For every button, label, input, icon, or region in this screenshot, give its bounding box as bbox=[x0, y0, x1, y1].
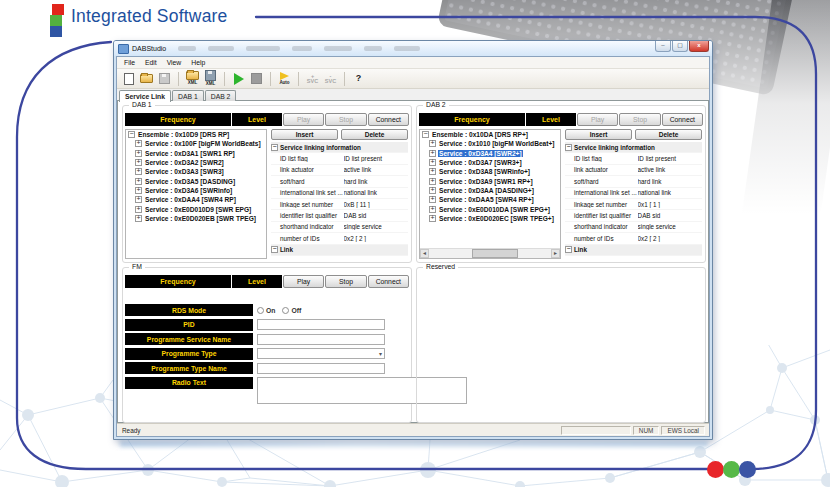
property-value[interactable]: single service bbox=[638, 223, 702, 230]
collapse-icon[interactable]: − bbox=[271, 144, 278, 151]
fm-connect-button[interactable]: Connect bbox=[368, 275, 409, 288]
tree-item[interactable]: +Service : 0xDAA4 [SWR4 RP] bbox=[126, 195, 266, 204]
tree-item[interactable]: −Ensemble : 0x10D9 [DRS RP] bbox=[126, 130, 266, 139]
property-value[interactable]: active link bbox=[638, 166, 702, 173]
tree-item[interactable]: +Service : 0xD3A8 [SWRinfo+] bbox=[420, 167, 560, 176]
property-value[interactable]: 0x2 [ 2 ] bbox=[344, 235, 408, 242]
tree-item[interactable]: +Service : 0xD3A1 [SWR1 RP] bbox=[126, 149, 266, 158]
expand-icon[interactable]: + bbox=[135, 206, 142, 213]
dab1-connect-button[interactable]: Connect bbox=[368, 113, 409, 126]
expand-icon[interactable]: + bbox=[429, 159, 436, 166]
collapse-icon[interactable]: − bbox=[565, 246, 572, 253]
new-button[interactable] bbox=[121, 70, 136, 87]
expand-icon[interactable]: + bbox=[429, 196, 436, 203]
fm-input-programme-service-name[interactable] bbox=[257, 334, 385, 345]
collapse-icon[interactable]: − bbox=[565, 144, 572, 151]
property-value[interactable]: hard link bbox=[344, 178, 408, 185]
dab2-level-button[interactable]: Level bbox=[526, 113, 576, 126]
fm-input-pid[interactable] bbox=[257, 319, 385, 330]
dab1-play-button[interactable]: Play bbox=[283, 113, 324, 126]
expand-icon[interactable]: + bbox=[135, 150, 142, 157]
menu-edit[interactable]: Edit bbox=[140, 59, 162, 66]
property-value[interactable]: national link bbox=[344, 189, 408, 196]
property-value[interactable]: DAB sid bbox=[638, 212, 702, 219]
property-value[interactable]: national link bbox=[638, 189, 702, 196]
fm-radio-on[interactable]: On bbox=[257, 307, 275, 314]
property-value[interactable]: 0xB [ 11 ] bbox=[344, 201, 408, 208]
property-value[interactable]: active link bbox=[344, 166, 408, 173]
tree-item[interactable]: +Service : 0xD3A7 [SWR3+] bbox=[420, 158, 560, 167]
expand-icon[interactable]: + bbox=[135, 187, 142, 194]
expand-icon[interactable]: + bbox=[429, 168, 436, 175]
expand-icon[interactable]: + bbox=[429, 215, 436, 222]
collapse-icon[interactable]: − bbox=[128, 131, 135, 138]
maximize-button[interactable]: ▢ bbox=[672, 41, 688, 52]
play-button[interactable] bbox=[231, 70, 246, 87]
expand-icon[interactable]: + bbox=[135, 215, 142, 222]
menu-view[interactable]: View bbox=[162, 59, 187, 66]
xml-save-button[interactable]: XML bbox=[203, 70, 218, 87]
property-value[interactable]: ID list present bbox=[638, 155, 702, 162]
expand-icon[interactable]: + bbox=[135, 168, 142, 175]
dab1-frequency-button[interactable]: Frequency bbox=[125, 113, 231, 126]
tree-item[interactable]: +Service : 0xD3A5 [DASDING] bbox=[126, 176, 266, 185]
fm-select-programme-type[interactable] bbox=[257, 348, 385, 359]
tab-dab-1[interactable]: DAB 1 bbox=[172, 90, 204, 101]
fm-frequency-button[interactable]: Frequency bbox=[125, 275, 231, 288]
scroll-track[interactable] bbox=[429, 249, 551, 258]
property-value[interactable]: 0xD3A9 [ 54185 ] bbox=[344, 258, 408, 259]
tree-item[interactable]: +Service : 0xD3A6 [SWRinfo] bbox=[126, 186, 266, 195]
dab1-insert-button[interactable]: Insert bbox=[271, 129, 338, 140]
tree-item[interactable]: +Service : 0xD3A9 [SWR1 RP+] bbox=[420, 176, 560, 185]
expand-icon[interactable]: + bbox=[135, 140, 142, 147]
open-button[interactable] bbox=[139, 70, 154, 87]
expand-icon[interactable]: + bbox=[135, 159, 142, 166]
property-value[interactable]: hard link bbox=[638, 178, 702, 185]
tab-dab-2[interactable]: DAB 2 bbox=[205, 90, 237, 101]
add-service-button[interactable]: + SVC bbox=[305, 70, 320, 87]
fm-input-programme-type-name[interactable] bbox=[257, 363, 385, 374]
tree-item[interactable]: +Service : 0xE0D010DA [SWR EPG+] bbox=[420, 204, 560, 213]
tree-item[interactable]: +Service : 0xD3AA [DASDING+] bbox=[420, 186, 560, 195]
expand-icon[interactable]: + bbox=[429, 187, 436, 194]
help-button[interactable]: ? bbox=[351, 70, 366, 87]
dab2-tree[interactable]: −Ensemble : 0x10DA [DRS RP+]+Service : 0… bbox=[419, 129, 561, 259]
fm-play-button[interactable]: Play bbox=[283, 275, 324, 288]
title-bar[interactable]: DABStudio – ▢ x bbox=[114, 41, 712, 56]
property-value[interactable]: 0x1 [ 1 ] bbox=[638, 201, 702, 208]
xml-open-button[interactable]: XML bbox=[185, 70, 200, 87]
minimize-button[interactable]: – bbox=[655, 41, 671, 52]
tree-item[interactable]: +Service : 0xD3A2 [SWR2] bbox=[126, 158, 266, 167]
property-value[interactable]: single service bbox=[344, 223, 408, 230]
tree-item[interactable]: +Service : 0xDAA5 [SWR4 RP+] bbox=[420, 195, 560, 204]
dab2-tree-hscrollbar[interactable]: ◄ ► bbox=[420, 248, 560, 258]
stop-button[interactable] bbox=[249, 70, 264, 87]
tree-item[interactable]: +Service : 0xE0D020EB [SWR TPEG] bbox=[126, 214, 266, 223]
tree-item[interactable]: +Service : 0x1010 [bigFM WorldBeat+] bbox=[420, 139, 560, 148]
scroll-left-arrow[interactable]: ◄ bbox=[420, 249, 429, 258]
fm-level-button[interactable]: Level bbox=[232, 275, 282, 288]
auto-button[interactable]: Auto bbox=[277, 70, 292, 87]
property-value[interactable]: DAB sid bbox=[344, 212, 408, 219]
tree-item[interactable]: +Service : 0x100F [bigFM WorldBeats] bbox=[126, 139, 266, 148]
property-value[interactable]: ID list present bbox=[344, 155, 408, 162]
dab2-insert-button[interactable]: Insert bbox=[565, 129, 632, 140]
radio-icon[interactable] bbox=[257, 307, 264, 314]
tree-item[interactable]: −Ensemble : 0x10DA [DRS RP+] bbox=[420, 130, 560, 139]
expand-icon[interactable]: + bbox=[135, 178, 142, 185]
expand-icon[interactable]: + bbox=[135, 196, 142, 203]
fm-stop-button[interactable]: Stop bbox=[325, 275, 366, 288]
menu-file[interactable]: File bbox=[119, 59, 140, 66]
expand-icon[interactable]: + bbox=[429, 178, 436, 185]
dab1-stop-button[interactable]: Stop bbox=[325, 113, 366, 126]
menu-help[interactable]: Help bbox=[186, 59, 210, 66]
collapse-icon[interactable]: − bbox=[422, 131, 429, 138]
property-value[interactable]: 0xD3A2 [ 54178 ] bbox=[638, 258, 702, 259]
expand-icon[interactable]: + bbox=[429, 140, 436, 147]
expand-icon[interactable]: + bbox=[429, 150, 436, 157]
scroll-right-arrow[interactable]: ► bbox=[551, 249, 560, 258]
dab2-play-button[interactable]: Play bbox=[577, 113, 618, 126]
fm-radio-off[interactable]: Off bbox=[282, 307, 301, 314]
close-button[interactable]: x bbox=[689, 41, 709, 52]
radio-icon[interactable] bbox=[282, 307, 289, 314]
